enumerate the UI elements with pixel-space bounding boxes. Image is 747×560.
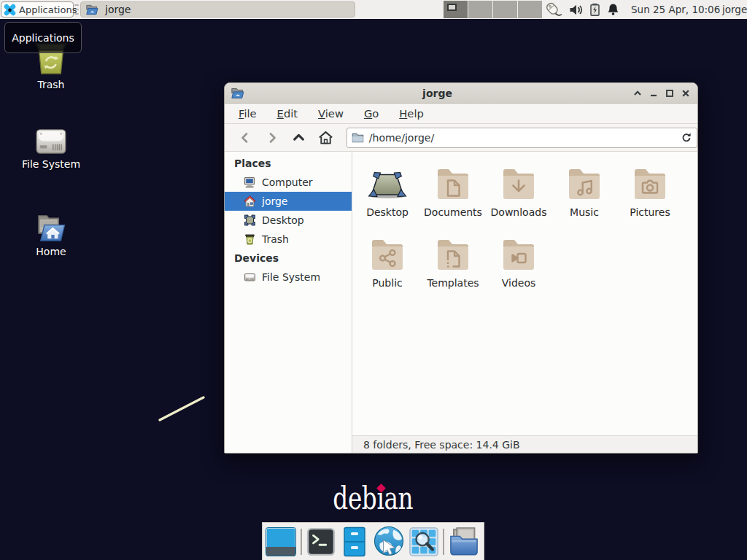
hard-drive-icon [34,128,68,155]
file-public-label: Public [372,277,402,289]
file-downloads[interactable]: Downloads [487,165,550,236]
notifications-icon[interactable] [607,3,619,16]
videos-folder-icon [498,236,539,273]
workspace-4[interactable] [518,1,542,18]
public-folder-icon [367,236,408,273]
workspace-window-outline [447,4,457,11]
sidebar-header-places: Places [225,154,352,173]
panel-username[interactable]: jorge [722,0,747,19]
documents-folder-icon [433,165,473,203]
menu-help[interactable]: Help [389,105,434,122]
dock-show-desktop-button[interactable] [265,526,297,558]
toolbar: /home/jorge/ [225,123,697,152]
statusbar: 8 folders, Free space: 14.4 GiB [352,435,697,453]
home-button[interactable] [315,127,337,149]
minimize-button[interactable] [646,85,662,101]
menu-edit[interactable]: Edit [267,105,308,122]
debian-logo-text: debian [333,480,413,516]
show-desktop-icon [265,526,297,557]
sidebar-header-devices: Devices [225,249,352,268]
panel-handle[interactable] [74,4,80,15]
sidebar-item-trash[interactable]: Trash [225,230,352,249]
clock-text: Sun 25 Apr, 10:06 [631,4,720,15]
desktop-pad-icon [367,165,408,203]
dock-terminal-button[interactable] [306,526,336,558]
desktop-icon-file-system-label: File System [22,158,80,170]
statusbar-text: 8 folders, Free space: 14.4 GiB [363,439,520,451]
computer-icon [244,176,256,188]
window-titlebar[interactable]: jorge [225,83,697,104]
open-folder-icon [85,4,99,16]
file-desktop-label: Desktop [366,206,409,218]
window-title: jorge [245,88,630,99]
dock-separator-2 [443,529,444,555]
file-music-label: Music [570,206,599,218]
sidebar-item-computer-label: Computer [262,176,313,188]
sidebar: Places Computer jorge [225,152,352,453]
pictures-folder-icon [630,165,670,203]
web-browser-icon [373,526,405,558]
file-downloads-label: Downloads [491,206,547,218]
music-folder-icon [564,165,605,203]
dock-folder-icon [448,526,480,557]
file-documents[interactable]: Documents [422,165,484,236]
sidebar-item-desktop[interactable]: Desktop [225,211,352,230]
panel-clock[interactable]: Sun 25 Apr, 10:06 [631,0,720,19]
bottom-dock [262,522,484,560]
path-text: /home/jorge/ [369,132,681,144]
sidebar-item-desktop-label: Desktop [262,214,304,226]
window-body: Places Computer jorge [225,152,697,453]
reload-icon[interactable] [681,132,692,144]
file-videos[interactable]: Videos [487,236,550,306]
forward-button[interactable] [261,127,283,149]
main-pane: Desktop Documents [352,152,697,453]
file-music[interactable]: Music [553,165,616,236]
sidebar-item-jorge-label: jorge [262,195,287,207]
workspace-2[interactable] [468,1,492,18]
maximize-button[interactable] [662,85,678,101]
applications-menu-button[interactable]: Applications [1,1,74,18]
volume-icon[interactable] [569,4,583,16]
sidebar-item-file-system[interactable]: File System [225,268,352,287]
file-templates[interactable]: Templates [422,236,484,306]
path-bar[interactable]: /home/jorge/ [347,128,697,148]
file-templates-label: Templates [427,277,479,289]
battery-icon[interactable] [589,3,600,16]
debian-logo: debian [297,480,449,516]
workspace-switcher[interactable] [444,1,542,18]
sidebar-item-computer[interactable]: Computer [225,173,352,192]
file-desktop[interactable]: Desktop [356,165,419,236]
workspace-3[interactable] [493,1,517,18]
file-grid: Desktop Documents [352,152,697,435]
file-manager-window: jorge File Edit View Go Help [224,82,698,454]
shade-button[interactable] [630,85,646,101]
menu-view[interactable]: View [308,105,354,122]
back-button[interactable] [234,127,256,149]
sidebar-item-jorge[interactable]: jorge [225,192,352,211]
up-button[interactable] [288,127,310,149]
workspace-1[interactable] [444,1,468,18]
file-pictures-label: Pictures [630,206,670,218]
menu-go[interactable]: Go [354,105,389,122]
username-text: jorge [722,4,747,15]
trash-small-icon [244,233,256,245]
dock-file-folder-button[interactable] [448,526,480,558]
sidebar-item-file-system-label: File System [262,271,320,283]
taskbar-window-label: jorge [105,4,131,15]
desktop-icon-home[interactable]: Home [16,213,86,257]
close-button[interactable] [678,85,694,101]
desktop-icon-trash-label: Trash [38,79,65,90]
file-cabinet-icon [341,526,368,557]
file-public[interactable]: Public [356,236,419,306]
file-pictures[interactable]: Pictures [619,165,681,236]
applications-tooltip-text: Applications [12,32,74,44]
taskbar-window-button[interactable]: jorge [80,1,355,18]
dock-app-finder-button[interactable] [409,526,439,558]
dock-web-browser-button[interactable] [373,526,405,558]
mouse-icon[interactable] [546,2,562,18]
dock-file-manager-button[interactable] [340,526,369,558]
menu-file[interactable]: File [228,105,267,122]
desktop-icon-file-system[interactable]: File System [16,128,86,170]
applications-menu-label: Applications [19,4,77,15]
top-panel: Applications jorge [0,0,747,19]
